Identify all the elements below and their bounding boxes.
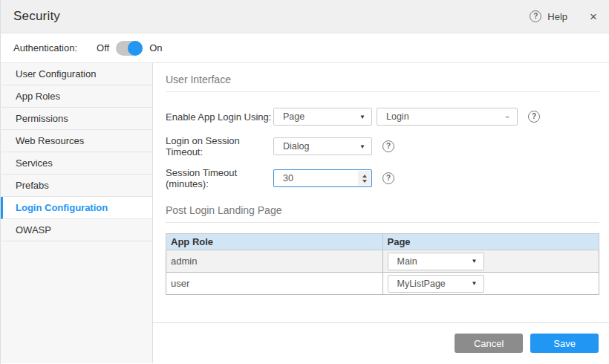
- login-page-value: Login: [386, 111, 409, 122]
- sidebar-item-owasp[interactable]: OWASP: [1, 219, 152, 241]
- section-divider: [166, 222, 599, 223]
- dialog-header: Security ? Help ×: [1, 0, 609, 33]
- login-configuration-panel: User Interface Enable App Login Using: P…: [153, 63, 609, 322]
- toggle-on-label: On: [149, 42, 162, 53]
- caret-down-icon: ▼: [359, 114, 365, 120]
- sidebar-item-web-resources[interactable]: Web Resources: [1, 130, 152, 152]
- login-on-timeout-label: Login on Session Timeout:: [166, 135, 273, 157]
- step-up-icon[interactable]: [362, 175, 367, 178]
- app-role-cell: admin: [166, 250, 383, 273]
- authentication-toggle[interactable]: [116, 41, 143, 56]
- caret-down-icon: ▼: [472, 258, 478, 264]
- app-role-column-header: App Role: [166, 234, 383, 250]
- sidebar-item-services[interactable]: Services: [1, 152, 152, 175]
- help-circle-icon[interactable]: ?: [530, 10, 541, 22]
- caret-down-icon: ▼: [359, 143, 365, 150]
- close-icon[interactable]: ×: [590, 10, 597, 23]
- save-button[interactable]: Save: [530, 334, 599, 353]
- authentication-label: Authentication:: [13, 42, 77, 53]
- chevron-down-icon: ⌄: [504, 110, 511, 120]
- login-page-select[interactable]: Login ⌄: [377, 108, 518, 126]
- sidebar-item-prefabs[interactable]: Prefabs: [1, 175, 152, 197]
- toggle-off-label: Off: [97, 42, 109, 53]
- user-page-select[interactable]: MyListPage ▼: [388, 275, 484, 293]
- help-link[interactable]: Help: [547, 11, 567, 22]
- session-timeout-help-icon[interactable]: ?: [382, 172, 394, 184]
- user-page-value: MyListPage: [397, 279, 446, 289]
- caret-down-icon: ▼: [472, 280, 478, 287]
- section-divider: [166, 91, 599, 92]
- step-down-icon[interactable]: [362, 180, 367, 183]
- table-header-row: App Role Page: [166, 234, 599, 250]
- page-column-header: Page: [382, 234, 599, 250]
- sidebar-item-login-configuration[interactable]: Login Configuration: [1, 197, 152, 219]
- login-type-value: Page: [283, 111, 304, 122]
- enable-app-login-label: Enable App Login Using:: [166, 111, 273, 123]
- authentication-bar: Authentication: Off On: [1, 33, 609, 63]
- login-type-select[interactable]: Page ▼: [273, 108, 372, 126]
- sidebar-item-app-roles[interactable]: App Roles: [1, 85, 152, 108]
- number-stepper[interactable]: [358, 171, 371, 186]
- session-timeout-row: Session Timeout (minutes): ?: [166, 167, 599, 189]
- dialog-footer: Cancel Save: [153, 322, 609, 363]
- session-timeout-label: Session Timeout (minutes):: [166, 167, 273, 189]
- toggle-knob-icon: [128, 41, 143, 56]
- user-interface-heading: User Interface: [166, 74, 599, 85]
- post-login-landing-table: App Role Page admin Main ▼: [166, 233, 599, 295]
- timeout-mode-value: Dialog: [283, 141, 309, 152]
- page-title: Security: [13, 9, 60, 24]
- enable-app-login-help-icon[interactable]: ?: [528, 111, 540, 123]
- login-on-timeout-row: Login on Session Timeout: Dialog ▼ ?: [166, 135, 599, 157]
- table-row: user MyListPage ▼: [166, 273, 599, 295]
- admin-page-select[interactable]: Main ▼: [388, 253, 484, 270]
- table-row: admin Main ▼: [166, 250, 599, 273]
- cancel-button[interactable]: Cancel: [455, 334, 523, 353]
- enable-app-login-row: Enable App Login Using: Page ▼ Login ⌄ ?: [166, 108, 599, 126]
- sidebar-item-user-configuration[interactable]: User Configuration: [1, 63, 152, 85]
- timeout-mode-select[interactable]: Dialog ▼: [273, 137, 372, 155]
- settings-sidebar: User Configuration App Roles Permissions…: [1, 63, 153, 363]
- app-role-cell: user: [166, 273, 383, 295]
- admin-page-value: Main: [397, 256, 417, 267]
- login-on-timeout-help-icon[interactable]: ?: [382, 140, 394, 152]
- post-login-heading: Post Login Landing Page: [166, 204, 599, 216]
- sidebar-item-permissions[interactable]: Permissions: [1, 108, 152, 130]
